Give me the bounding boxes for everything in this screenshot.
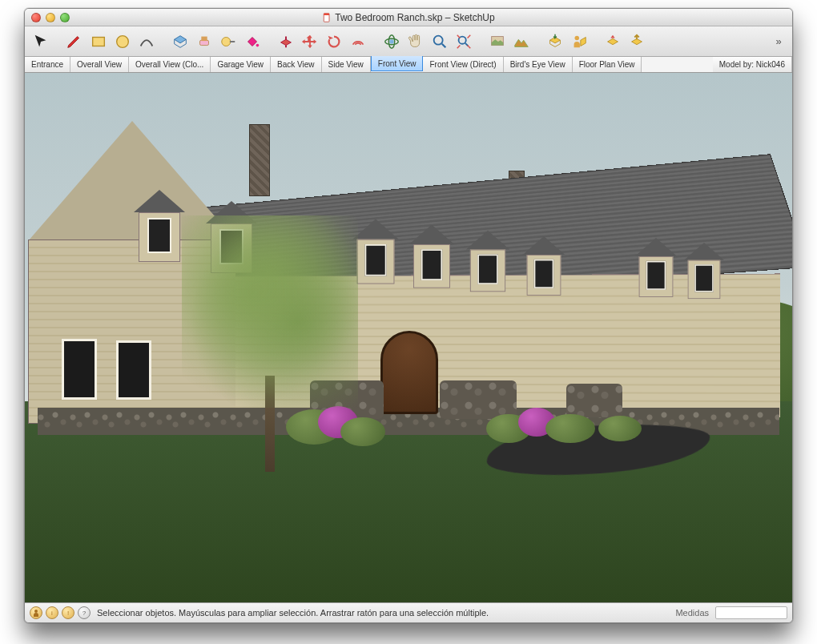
scene-tab-garage-view[interactable]: Garage View bbox=[211, 57, 271, 72]
move-tool[interactable] bbox=[299, 30, 321, 53]
scene-tab-model-credit[interactable]: Model by: Nick046 bbox=[713, 57, 792, 72]
pencil-tool[interactable] bbox=[63, 30, 86, 53]
scene-tab-front-view[interactable]: Front View bbox=[371, 56, 424, 71]
scene-tab-front-view-direct[interactable]: Front View (Direct) bbox=[423, 57, 503, 72]
instructor-icon[interactable] bbox=[30, 606, 42, 619]
scene-tab-overall-view[interactable]: Overall View bbox=[70, 57, 129, 72]
preview-tool[interactable] bbox=[626, 30, 648, 53]
svg-rect-2 bbox=[93, 37, 105, 46]
svg-point-7 bbox=[256, 43, 260, 46]
svg-point-11 bbox=[434, 35, 443, 44]
app-window: Two Bedroom Ranch.skp – SketchUp bbox=[24, 8, 793, 623]
measurements-label: Medidas bbox=[675, 608, 709, 618]
upload-tool[interactable] bbox=[602, 30, 624, 53]
orbit-tool[interactable] bbox=[380, 30, 403, 53]
zoom-button[interactable] bbox=[60, 13, 70, 22]
status-hint: Seleccionar objetos. Mayúsculas para amp… bbox=[97, 608, 672, 618]
push-pull-tool[interactable] bbox=[275, 30, 297, 53]
document-icon bbox=[322, 13, 332, 22]
svg-text:?: ? bbox=[83, 610, 87, 617]
rectangle-tool[interactable] bbox=[87, 30, 110, 53]
titlebar: Two Bedroom Ranch.skp – SketchUp bbox=[25, 9, 792, 26]
zoom-extents-tool[interactable] bbox=[453, 30, 475, 53]
svg-rect-1 bbox=[324, 13, 330, 14]
help-icon[interactable]: ? bbox=[78, 606, 91, 619]
measurements-input[interactable] bbox=[715, 606, 787, 619]
scene-tab-entrance[interactable]: Entrance bbox=[25, 57, 70, 72]
svg-text:i: i bbox=[51, 610, 53, 617]
close-button[interactable] bbox=[31, 13, 41, 22]
scene-tab-side-view[interactable]: Side View bbox=[322, 57, 371, 72]
svg-point-3 bbox=[117, 35, 129, 47]
scene-tab-overall-view-close[interactable]: Overall View (Clo... bbox=[129, 57, 211, 72]
add-location-tool[interactable] bbox=[486, 30, 509, 53]
tape-measure-tool[interactable] bbox=[217, 30, 239, 53]
paint-bucket-tool[interactable] bbox=[241, 30, 264, 53]
eraser-tool[interactable] bbox=[193, 30, 215, 53]
svg-point-10 bbox=[389, 39, 394, 44]
make-component-tool[interactable] bbox=[169, 30, 191, 53]
select-tool[interactable] bbox=[30, 30, 52, 53]
info-icon[interactable]: i bbox=[46, 606, 58, 619]
get-models-tool[interactable] bbox=[544, 30, 566, 53]
main-toolbar: » bbox=[25, 26, 792, 57]
place-model-tool[interactable] bbox=[568, 30, 590, 53]
traffic-lights bbox=[25, 13, 70, 22]
scene-tab-floor-plan-view[interactable]: Floor Plan View bbox=[573, 57, 642, 72]
window-title: Two Bedroom Ranch.skp – SketchUp bbox=[25, 12, 792, 23]
model-viewport[interactable] bbox=[25, 73, 792, 603]
scene-tab-birds-eye-view[interactable]: Bird's Eye View bbox=[504, 57, 573, 72]
status-bar: i ! ? Seleccionar objetos. Mayúsculas pa… bbox=[25, 603, 792, 622]
house-model bbox=[38, 103, 783, 506]
toggle-terrain-tool[interactable] bbox=[510, 30, 533, 53]
svg-rect-0 bbox=[324, 13, 330, 22]
svg-rect-4 bbox=[200, 40, 209, 45]
pan-tool[interactable] bbox=[404, 30, 427, 53]
zoom-tool[interactable] bbox=[429, 30, 451, 53]
offset-tool[interactable] bbox=[347, 30, 369, 53]
svg-point-14 bbox=[575, 35, 580, 40]
scene-tab-back-view[interactable]: Back View bbox=[271, 57, 322, 72]
arc-tool[interactable] bbox=[135, 30, 158, 53]
rotate-tool[interactable] bbox=[323, 30, 345, 53]
svg-text:!: ! bbox=[67, 610, 69, 617]
toolbar-overflow[interactable]: » bbox=[770, 35, 787, 47]
circle-tool[interactable] bbox=[111, 30, 134, 53]
svg-rect-5 bbox=[201, 36, 207, 41]
minimize-button[interactable] bbox=[46, 13, 55, 22]
credits-icon[interactable]: ! bbox=[62, 606, 74, 619]
svg-point-6 bbox=[222, 37, 231, 46]
svg-point-15 bbox=[34, 610, 38, 613]
scene-tabs: Entrance Overall View Overall View (Clo.… bbox=[25, 57, 792, 73]
